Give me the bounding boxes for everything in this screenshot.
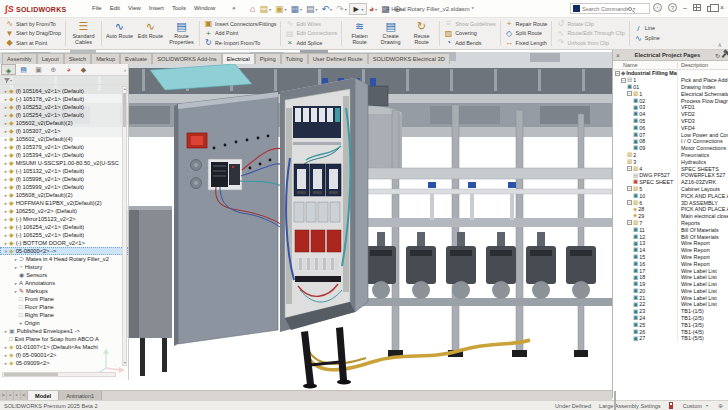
tree-item-history[interactable]: ▸◔History [0, 263, 128, 271]
tree-item-published-envelopes1[interactable]: ▸▣Published Envelopes1 -> [0, 327, 128, 335]
minimize-button[interactable]: – [683, 4, 687, 11]
help-icon[interactable]: ? [668, 3, 677, 12]
tree-item-f-05-09001-2[interactable]: ▸◈(f) 05-09001<2> [0, 351, 128, 359]
page-row-05[interactable]: ▣05VFD3 [613, 118, 728, 125]
page-row-1[interactable]: −▤1Pick and Place Add-On [613, 77, 728, 84]
page-row-5[interactable]: −▨5Cabinet Layouts [613, 186, 728, 193]
menubar-pin-icon[interactable]: ● [232, 5, 236, 11]
split-route-button[interactable]: ◇Split Route [505, 29, 548, 39]
propertymanager-tab[interactable]: ▤ [16, 64, 31, 75]
tree-item-105602-v2-default-4[interactable]: ▸◆105602_v2(Default)(4) [0, 135, 128, 143]
doc-tab-model[interactable]: Model [28, 391, 59, 400]
tree-item-f-105252-v2-1-default[interactable]: ▸◆(f) 105252_v2<1> (Default) [0, 103, 128, 111]
tree-item-105602-v2-default-2[interactable]: ▸◆105602_v2(Default)(2) [0, 119, 128, 127]
collapse-box-icon[interactable]: − [627, 220, 632, 225]
tree-item-105608-v2-default-2[interactable]: ▸◆105608_v2(Default)(2) [0, 191, 128, 199]
page-row-27[interactable]: ▣27TB1-(5/5) [613, 335, 728, 342]
ribbon-collapse-icon[interactable]: ∧ [718, 41, 722, 48]
dimxpert-tab[interactable]: ⊕ [46, 64, 61, 75]
page-row-14[interactable]: ▣14Wire Report [613, 247, 728, 254]
collapse-box-icon[interactable]: − [621, 78, 626, 83]
flatten-route-button[interactable]: ≋Flatten Route [344, 19, 375, 48]
collapse-box-icon[interactable]: − [627, 91, 632, 96]
column-header-description[interactable]: Description [677, 62, 728, 68]
page-row-dwg-pf527[interactable]: ▤DWG PF527POWERFLEX 527 [613, 172, 728, 179]
tree-item-106254-v2-1-default[interactable]: ▸◆(-) 106254_v2<1> (Default) [0, 223, 128, 231]
page-row-12[interactable]: ▣12Bill Of Materials [613, 233, 728, 240]
tree-item-f-105164-v2-1-default[interactable]: ▸◆(f) 105164_v2<1> (Default) [0, 87, 128, 95]
page-row-10[interactable]: ▣10PICK AND PLACE ADD-ON [613, 192, 728, 199]
featuremanager-tree-tab[interactable]: ◈ [1, 64, 16, 75]
page-row-6[interactable]: −▨63D ASSEMBLY [613, 199, 728, 206]
add-bends-button[interactable]: ◔Add Bends [444, 38, 495, 48]
tab-piping[interactable]: Piping [255, 53, 281, 64]
standard-cables-button[interactable]: ☰Standard Cables [68, 19, 99, 48]
page-row-26[interactable]: ▣26TB1-(4/5) [613, 328, 728, 335]
cam-tab[interactable]: ◆ [76, 64, 91, 75]
tab-solidworks-electrical-3d[interactable]: SOLIDWORKS Electrical 3D [368, 53, 450, 64]
sheet-nav-button[interactable]: |◂ [0, 391, 7, 400]
scroll-thumb[interactable] [4, 373, 58, 376]
tree-item-misumi-u-sscsp1-00-80-50-v2-u-[interactable]: ▸◆MISUMI U-SSCSP1.00-80.50_v2(U-SSC [0, 159, 128, 167]
tree-item-markups[interactable]: ▸✎Markups [0, 287, 128, 295]
page-row-07[interactable]: ▣07Low Power and Comms [613, 131, 728, 138]
menu-tools[interactable]: Tools [168, 5, 190, 11]
add-splice-button[interactable]: ×Add Splice [285, 38, 337, 48]
search-box[interactable]: ▾ [570, 3, 650, 14]
panel-refresh-icon[interactable]: ↻ [715, 52, 720, 59]
dropdown-caret-icon[interactable]: ▾ [300, 7, 302, 12]
welcome-button[interactable]: ⌂ [248, 3, 257, 15]
restore-button[interactable] [707, 6, 714, 12]
spline-button[interactable]: ∿Spline [634, 34, 660, 44]
tab-sketch[interactable]: Sketch [64, 53, 91, 64]
repair-route-button[interactable]: +Repair Route [505, 19, 548, 29]
insert-connectors-fittings-button[interactable]: ▣Insert Connectors/Fittings [204, 19, 276, 29]
status-assembly-mode[interactable]: Large Assembly Settings [599, 403, 661, 409]
tree-item-05-08000-2[interactable]: ▾◈05-08000<2> -> [0, 247, 128, 255]
page-row-01[interactable]: ▣01Drawing Index [613, 84, 728, 91]
tree-item-f-105254-v2-1-default[interactable]: ▸◆(f) 105254_v2<1> (Default) [0, 111, 128, 119]
page-row-28[interactable]: ◈28PICK AND PLACE ADD-ON [613, 206, 728, 213]
tree-item-01-01007-1-default-as-machi[interactable]: ▸◈01-01007<1> (Default<As Machi [0, 343, 128, 351]
tree-item-mirror105123-v2-2[interactable]: ▸◆(-) Mirror105123_v2<2> [0, 215, 128, 223]
auto-route-button[interactable]: ∿Auto Route [104, 19, 135, 48]
tree-item-origin[interactable]: +Origin [0, 319, 128, 327]
configurationmanager-tab[interactable]: ▣ [31, 64, 46, 75]
collapse-box-icon[interactable]: − [615, 71, 620, 76]
menu-file[interactable]: File [88, 5, 106, 11]
page-row-22[interactable]: ▣22Wire Label List [613, 301, 728, 308]
tab-layout[interactable]: Layout [37, 53, 64, 64]
sheet-nav-button[interactable]: ▸ [14, 391, 21, 400]
scroll-thumb[interactable] [614, 391, 616, 410]
menu-window[interactable]: Window [190, 5, 219, 11]
page-row-17[interactable]: ▣17Wire Label List [613, 267, 728, 274]
page-row-1[interactable]: −▨1Electrical Schematics [613, 90, 728, 97]
scroll-up-icon[interactable]: ▲ [123, 87, 126, 91]
search-input[interactable] [582, 6, 628, 12]
menu-insert[interactable]: Insert [145, 5, 168, 11]
scroll-thumb[interactable] [123, 93, 126, 127]
tree-item-right-plane[interactable]: □Right Plane [0, 311, 128, 319]
tree-horizontal-scrollbar[interactable] [2, 372, 116, 377]
save-button[interactable]: ▦▾ [289, 3, 305, 15]
page-row-2[interactable]: ▨2Pneumatics [613, 152, 728, 159]
page-row-20[interactable]: ▣20Wire Label List [613, 288, 728, 295]
reuse-route-button[interactable]: ↻Reuse Route [406, 19, 437, 48]
status-units[interactable]: Custom [683, 403, 702, 409]
performance-icon[interactable] [669, 402, 673, 409]
page-row-18[interactable]: ▣18Wire Label List [613, 274, 728, 281]
tree-item-f-105998-v2-1-default[interactable]: ▸◆(f) 105998_v2<1> (Default) [0, 175, 128, 183]
page-row-02[interactable]: ▣02Process Flow Diagram [613, 97, 728, 104]
web-help-icon[interactable]: ⊕ [718, 402, 723, 409]
units-caret-icon[interactable]: ▾ [706, 403, 708, 408]
tree-item-105178-v2-1-default[interactable]: ▸◆(-) 105178_v2<1> (Default) [0, 95, 128, 103]
tree-item-f-105999-v2-1-default[interactable]: ▸◆(f) 105999_v2<1> (Default) [0, 183, 128, 191]
page-row-industrial-filling-machi[interactable]: −◈Industrial Filling Machi... [613, 70, 728, 77]
start-by-drag-drop-button[interactable]: ▼Start by Drag/Drop [5, 29, 61, 39]
dropdown-caret-icon[interactable]: ▾ [284, 7, 286, 12]
tree-item-f-105307-v2-1[interactable]: ▸◆(f) 105307_v2<1> [0, 127, 128, 135]
page-row-24[interactable]: ▣24TB1-(2/5) [613, 315, 728, 322]
tree-item-105132-v2-1-default[interactable]: ▸◆(-) 105132_v2<1> (Default) [0, 167, 128, 175]
page-row-3[interactable]: ▨3Hydraulics [613, 158, 728, 165]
menu-edit[interactable]: Edit [106, 5, 124, 11]
